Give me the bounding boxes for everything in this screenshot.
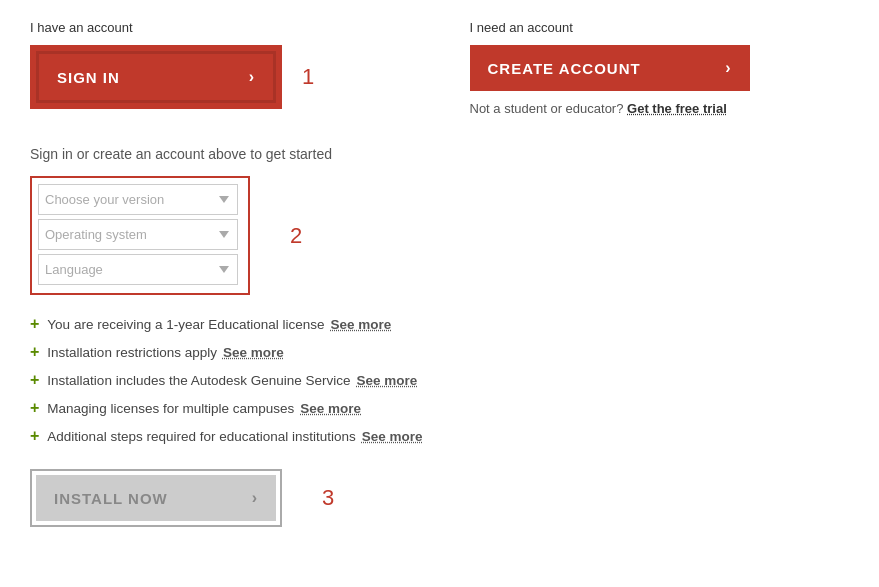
free-trial-text: Not a student or educator? Get the free …	[470, 101, 850, 116]
install-label: INSTALL NOW	[54, 490, 168, 507]
list-item: + Installation includes the Autodesk Gen…	[30, 371, 849, 389]
info-text: Managing licenses for multiple campuses	[47, 401, 294, 416]
plus-icon: +	[30, 315, 39, 333]
install-now-button[interactable]: INSTALL NOW ›	[36, 475, 276, 521]
left-account-label: I have an account	[30, 20, 410, 35]
step3-number: 3	[322, 485, 334, 511]
list-item: + Additional steps required for educatio…	[30, 427, 849, 445]
signin-chevron-icon: ›	[249, 68, 255, 86]
info-text: Installation restrictions apply	[47, 345, 217, 360]
free-trial-link[interactable]: Get the free trial	[627, 101, 727, 116]
plus-icon: +	[30, 371, 39, 389]
see-more-3[interactable]: See more	[357, 373, 418, 388]
install-button-wrapper: INSTALL NOW ›	[30, 469, 282, 527]
right-account-label: I need an account	[470, 20, 850, 35]
info-list: + You are receiving a 1-year Educational…	[30, 315, 849, 445]
info-text: You are receiving a 1-year Educational l…	[47, 317, 324, 332]
os-dropdown[interactable]: Operating system	[38, 219, 238, 250]
see-more-4[interactable]: See more	[300, 401, 361, 416]
instruction-text: Sign in or create an account above to ge…	[30, 146, 849, 162]
create-account-chevron-icon: ›	[725, 59, 731, 77]
see-more-5[interactable]: See more	[362, 429, 423, 444]
step2-number: 2	[290, 223, 302, 249]
list-item: + Installation restrictions apply See mo…	[30, 343, 849, 361]
create-account-button[interactable]: CREATE ACCOUNT ›	[470, 45, 750, 91]
language-dropdown[interactable]: Language	[38, 254, 238, 285]
step1-number: 1	[302, 64, 314, 90]
install-chevron-icon: ›	[252, 489, 258, 507]
plus-icon: +	[30, 343, 39, 361]
list-item: + You are receiving a 1-year Educational…	[30, 315, 849, 333]
list-item: + Managing licenses for multiple campuse…	[30, 399, 849, 417]
see-more-2[interactable]: See more	[223, 345, 284, 360]
plus-icon: +	[30, 399, 39, 417]
signin-label: SIGN IN	[57, 69, 120, 86]
signin-button-wrapper: SIGN IN ›	[30, 45, 282, 109]
plus-icon: +	[30, 427, 39, 445]
signin-button[interactable]: SIGN IN ›	[36, 51, 276, 103]
create-account-label: CREATE ACCOUNT	[488, 60, 641, 77]
version-dropdown[interactable]: Choose your version	[38, 184, 238, 215]
dropdowns-container: Choose your version Operating system Lan…	[30, 176, 250, 295]
info-text: Additional steps required for educationa…	[47, 429, 355, 444]
info-text: Installation includes the Autodesk Genui…	[47, 373, 350, 388]
see-more-1[interactable]: See more	[331, 317, 392, 332]
